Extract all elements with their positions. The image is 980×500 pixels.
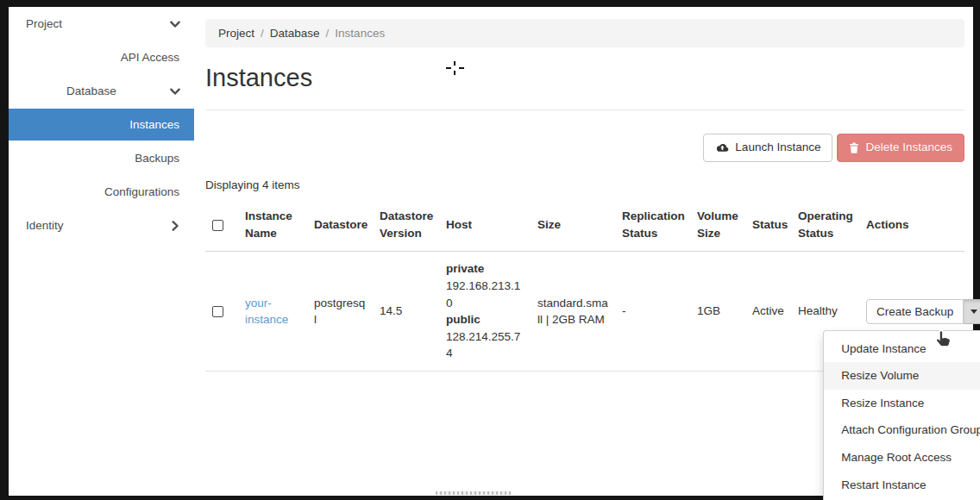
actions-cell: Create Backup Update Instance Resize Vol… <box>859 252 964 371</box>
menu-item-resize-instance[interactable]: Resize Instance <box>824 390 980 417</box>
toolbar: Launch Instance Delete Instances <box>205 134 964 162</box>
sidebar-item-identity[interactable]: Identity <box>9 209 194 242</box>
column-header-instance-name[interactable]: Instance Name <box>238 199 307 252</box>
menu-item-manage-root-access[interactable]: Manage Root Access <box>824 444 980 472</box>
column-header-size[interactable]: Size <box>531 199 615 252</box>
chevron-down-icon <box>169 18 181 30</box>
column-header-actions[interactable]: Actions <box>859 199 964 252</box>
instances-table: Instance Name Datastore Datastore Versio… <box>205 199 964 372</box>
replication-status-cell: - <box>615 252 690 371</box>
main-content: Project/Database/Instances Instances Lau… <box>205 7 964 372</box>
launch-instance-label: Launch Instance <box>735 141 820 155</box>
sidebar-item-label: Instances <box>129 118 179 131</box>
breadcrumb-item-project[interactable]: Project <box>218 27 254 40</box>
sidebar-item-instances[interactable]: Instances <box>9 109 194 141</box>
sidebar-item-label: Configurations <box>104 185 179 198</box>
cloud-upload-icon <box>715 142 729 153</box>
column-header-datastore-version[interactable]: Datastore Version <box>373 199 439 252</box>
items-count: Displaying 4 items <box>205 178 964 191</box>
sidebar-item-backups[interactable]: Backups <box>9 141 194 175</box>
sidebar-item-label: Project <box>26 17 62 30</box>
breadcrumb-separator: / <box>261 27 264 40</box>
launch-instance-button[interactable]: Launch Instance <box>703 134 832 162</box>
breadcrumb-item-current: Instances <box>335 27 385 40</box>
breadcrumb-separator: / <box>326 27 330 40</box>
host-private-label: private <box>446 262 484 275</box>
host-cell: private 192.168.213.10 public 128.214.25… <box>439 252 531 371</box>
column-header-volume-size[interactable]: Volume Size <box>690 199 745 252</box>
datastore-cell: postgresql <box>307 252 373 371</box>
column-header-replication-status[interactable]: Replication Status <box>615 199 690 252</box>
title-divider <box>205 109 964 110</box>
chevron-right-icon <box>169 220 181 232</box>
dropdown-toggle-button[interactable] <box>964 299 980 324</box>
sidebar-item-database[interactable]: Database <box>9 74 194 108</box>
instance-name-cell: your-instance <box>238 252 307 371</box>
datastore-version-cell: 14.5 <box>373 252 439 371</box>
sidebar-item-label: Database <box>66 84 116 97</box>
size-cell: standard.small | 2GB RAM <box>531 252 615 371</box>
host-private-ip: 192.168.213.10 <box>446 279 520 309</box>
menu-item-resize-volume[interactable]: Resize Volume <box>824 362 980 390</box>
app-window: Project API Access Database Instances Ba… <box>9 7 973 496</box>
breadcrumb: Project/Database/Instances <box>205 19 964 47</box>
volume-size-cell: 1GB <box>690 252 745 371</box>
chevron-down-icon <box>169 85 181 97</box>
column-header-host[interactable]: Host <box>439 199 531 252</box>
table-row: your-instance postgresql 14.5 private 19… <box>205 252 964 371</box>
sidebar-item-label: Identity <box>26 219 64 232</box>
host-public-label: public <box>446 313 481 326</box>
menu-item-restart-instance[interactable]: Restart Instance <box>824 472 980 499</box>
page-title: Instances <box>205 64 964 92</box>
column-header-datastore[interactable]: Datastore <box>307 199 373 252</box>
table-header-row: Instance Name Datastore Datastore Versio… <box>205 199 964 252</box>
clipped-text-sliver <box>436 491 512 495</box>
column-header-status[interactable]: Status <box>745 199 791 252</box>
sidebar-item-project[interactable]: Project <box>9 7 194 41</box>
select-all-checkbox[interactable] <box>212 220 223 231</box>
actions-dropdown-menu: Update Instance Resize Volume Resize Ins… <box>823 330 980 500</box>
caret-down-icon <box>971 309 977 314</box>
sidebar-item-label: API Access <box>121 51 179 64</box>
status-cell: Active <box>745 252 791 371</box>
row-select-cell <box>205 252 238 371</box>
instance-name-link[interactable]: your-instance <box>245 297 288 327</box>
breadcrumb-item-database[interactable]: Database <box>270 27 320 40</box>
select-all-header <box>205 199 238 252</box>
delete-instances-label: Delete Instances <box>865 141 952 155</box>
sidebar-item-configurations[interactable]: Configurations <box>9 175 194 209</box>
column-header-operating-status[interactable]: Operating Status <box>791 199 859 252</box>
row-actions: Create Backup Update Instance Resize Vol… <box>866 299 980 324</box>
sidebar-item-label: Backups <box>135 152 179 165</box>
trash-icon <box>849 142 859 153</box>
create-backup-button[interactable]: Create Backup <box>866 299 964 324</box>
sidebar: Project API Access Database Instances Ba… <box>9 7 194 242</box>
delete-instances-button[interactable]: Delete Instances <box>837 134 964 162</box>
host-public-ip: 128.214.255.74 <box>446 330 520 360</box>
menu-item-update-instance[interactable]: Update Instance <box>824 335 980 363</box>
row-checkbox[interactable] <box>212 306 223 317</box>
menu-item-attach-configuration-group[interactable]: Attach Configuration Group <box>824 416 980 444</box>
sidebar-item-api-access[interactable]: API Access <box>9 41 194 74</box>
